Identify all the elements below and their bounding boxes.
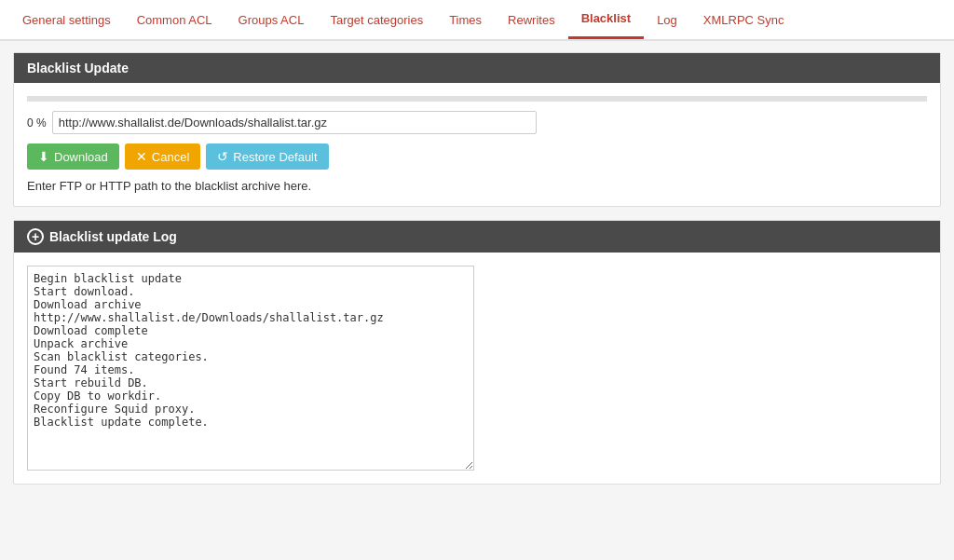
blacklist-log-body xyxy=(14,253,940,484)
main-content: Blacklist Update 0 % ⬇ Download xyxy=(0,41,954,509)
plus-circle-icon: + xyxy=(27,228,44,245)
nav-times[interactable]: Times xyxy=(436,2,495,38)
nav-blacklist[interactable]: Blacklist xyxy=(568,0,644,39)
blacklist-update-body: 0 % ⬇ Download ✕ Cancel ↺ Restore Defaul… xyxy=(14,83,940,206)
nav-common-acl[interactable]: Common ACL xyxy=(124,2,225,38)
percent-label: 0 % xyxy=(27,116,47,130)
url-row: 0 % xyxy=(27,111,927,134)
progress-area xyxy=(27,96,927,102)
nav-xmlrpc-sync[interactable]: XMLRPC Sync xyxy=(690,2,797,38)
log-textarea[interactable] xyxy=(27,266,474,471)
restore-label: Restore Default xyxy=(233,150,317,164)
cancel-button[interactable]: ✕ Cancel xyxy=(125,143,200,170)
blacklist-update-section: Blacklist Update 0 % ⬇ Download xyxy=(13,52,941,207)
cancel-icon: ✕ xyxy=(136,149,147,164)
info-text: Enter FTP or HTTP path to the blacklist … xyxy=(27,179,927,193)
url-input[interactable] xyxy=(52,111,537,134)
blacklist-update-header: Blacklist Update xyxy=(14,53,940,83)
download-label: Download xyxy=(54,150,108,164)
nav-rewrites[interactable]: Rewrites xyxy=(495,2,568,38)
download-icon: ⬇ xyxy=(38,149,49,164)
download-button[interactable]: ⬇ Download xyxy=(27,143,119,170)
blacklist-update-title: Blacklist Update xyxy=(27,61,129,75)
blacklist-log-header: + Blacklist update Log xyxy=(14,221,940,253)
nav-general-settings[interactable]: General settings xyxy=(9,2,124,38)
nav-target-categories[interactable]: Target categories xyxy=(317,2,436,38)
nav-groups-acl[interactable]: Groups ACL xyxy=(225,2,318,38)
buttons-row: ⬇ Download ✕ Cancel ↺ Restore Default xyxy=(27,143,927,170)
nav-log[interactable]: Log xyxy=(644,2,690,38)
blacklist-log-title: Blacklist update Log xyxy=(49,229,177,244)
restore-default-button[interactable]: ↺ Restore Default xyxy=(206,143,328,170)
main-nav: General settings Common ACL Groups ACL T… xyxy=(0,0,954,41)
blacklist-log-section: + Blacklist update Log xyxy=(13,220,941,485)
cancel-label: Cancel xyxy=(152,150,189,164)
progress-bar-container xyxy=(27,96,927,102)
restore-icon: ↺ xyxy=(217,149,228,164)
